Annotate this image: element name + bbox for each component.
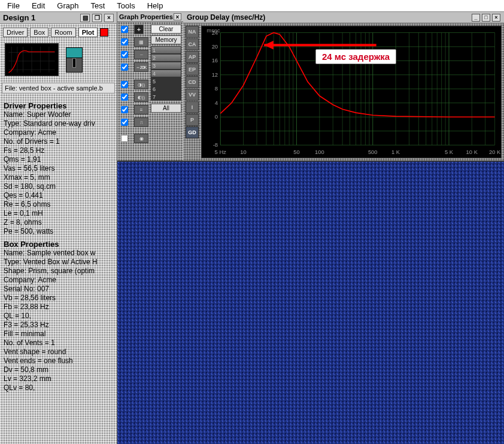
filter-icon[interactable]: ⎍ [134, 117, 148, 127]
box-prop-row: Company: Acme [4, 276, 113, 285]
close-icon[interactable]: × [492, 14, 500, 22]
driver-prop-row: Xmax = 5, mm [4, 173, 113, 182]
svg-marker-67 [264, 41, 274, 50]
dashline-icon[interactable]: ┄ [134, 50, 148, 59]
memory-slot-5[interactable]: 5 [151, 77, 181, 85]
box-prop-row: Fill = minimal [4, 330, 113, 339]
chk-6[interactable] [121, 93, 128, 101]
clear-button[interactable]: Clear [151, 25, 181, 34]
menu-file[interactable]: File [4, 0, 23, 11]
file-path: File: vented box - active sample.b [2, 83, 115, 93]
driver-prop-row: Fs = 28,5 Hz [4, 146, 113, 155]
svg-text:1 K: 1 K [391, 149, 400, 155]
yaxis-btn-na[interactable]: NA [186, 26, 199, 38]
properties-list: Driver Properties Name: Super WooferType… [0, 95, 117, 444]
speaker-icon[interactable]: ◑)) [134, 80, 148, 89]
box-prop-row: Lv = 323,2 mm [4, 374, 113, 383]
box-prop-row: Dv = 50,8 mm [4, 366, 113, 374]
yaxis-btn-gd[interactable]: GD [186, 126, 199, 138]
box-prop-row: No. of Vents = 1 [4, 339, 113, 348]
driver-prop-row: Qms = 1,91 [4, 155, 113, 164]
box-prop-row: Serial No: 007 [4, 285, 113, 294]
svg-text:16: 16 [212, 58, 218, 64]
chk-7[interactable] [121, 106, 128, 113]
design-title: Design 1 [3, 13, 35, 22]
minimize-icon[interactable]: _ [472, 14, 480, 22]
driver-prop-row: Type: Standard one-way driv [4, 119, 113, 128]
memory-slot-2[interactable]: 2 [151, 54, 181, 62]
svg-text:4: 4 [215, 100, 218, 106]
tab-plot[interactable]: Plot [78, 28, 98, 37]
memory-slot-3[interactable]: 3 [151, 62, 181, 70]
svg-text:500: 500 [368, 149, 378, 155]
driver-prop-row: No. of Drivers = 1 [4, 137, 113, 146]
tab-box[interactable]: Box [30, 28, 48, 37]
close-icon[interactable]: × [174, 13, 181, 20]
menu-test[interactable]: Test [87, 0, 109, 11]
tab-driver[interactable]: Driver [3, 28, 28, 37]
chk-4[interactable] [121, 64, 128, 71]
plot-thumbnail[interactable] [5, 43, 59, 76]
memory-button[interactable]: Memory [151, 35, 181, 44]
yaxis-btn-ca[interactable]: CA [186, 38, 199, 50]
speaker2-icon[interactable]: ◐)) [134, 92, 148, 102]
box-props-heading: Box Properties [4, 240, 113, 249]
box-prop-row: Vent shape = round [4, 348, 113, 357]
design-tabs: Driver Box Room Plot [0, 24, 117, 41]
box-thumbnail[interactable] [66, 47, 83, 73]
plot-color-swatch[interactable] [100, 28, 108, 37]
chk-8[interactable] [121, 119, 128, 126]
tab-room[interactable]: Room [51, 28, 75, 37]
y-axis-selector: NACAAPEPCDVVIPGD [186, 26, 199, 158]
driver-prop-row: Qes = 0,441 [4, 191, 113, 200]
box-prop-row: Fb = 23,88 Hz [4, 303, 113, 312]
memory-slot-7[interactable]: 7 [151, 93, 181, 101]
memory-slot-1[interactable]: 1 [151, 46, 181, 54]
close-icon[interactable]: × [104, 14, 114, 22]
range-20k-icon[interactable]: ↔20K [134, 62, 148, 72]
menu-tools[interactable]: Tools [113, 0, 138, 11]
yaxis-btn-cd[interactable]: CD [186, 76, 199, 88]
all-button[interactable]: All [151, 104, 181, 113]
driver-prop-row: Pe = 500, watts [4, 227, 113, 236]
yaxis-btn-vv[interactable]: VV [186, 89, 199, 101]
yaxis-btn-i[interactable]: I [186, 101, 199, 113]
yaxis-btn-ap[interactable]: AP [186, 51, 199, 63]
svg-text:10: 10 [240, 149, 246, 155]
add-trace-icon[interactable]: + [134, 25, 144, 34]
graph-properties-panel: Graph Properties × [117, 12, 183, 161]
grid-icon[interactable]: ▦ [134, 37, 148, 47]
driver-props-heading: Driver Properties [4, 101, 113, 110]
box-prop-row: QL = 10, [4, 312, 113, 321]
chk-5[interactable] [121, 81, 128, 88]
box-prop-row: Type: Vented Box w/ Active H [4, 258, 113, 267]
camera-icon[interactable]: ◉ [134, 134, 148, 143]
driver-prop-row: Company: Acme [4, 128, 113, 137]
chk-2[interactable] [121, 38, 128, 46]
driver-prop-row: Sd = 180, sq.cm [4, 182, 113, 191]
graph-properties-title: Graph Properties [119, 13, 173, 20]
doc-icon[interactable]: ❐ [92, 14, 102, 22]
memory-slot-4[interactable]: 4 [151, 70, 181, 77]
svg-text:8: 8 [215, 86, 218, 92]
svg-text:5 Hz: 5 Hz [215, 149, 227, 155]
plot-area[interactable]: msec 24201612840-8 5 Hz10501005001 K5 K1… [201, 26, 502, 158]
chk-1[interactable] [121, 26, 128, 33]
menu-edit[interactable]: Edit [28, 0, 48, 11]
chk-3[interactable] [121, 51, 128, 58]
svg-text:-8: -8 [213, 142, 218, 148]
maximize-icon[interactable]: □ [482, 14, 490, 22]
box-prop-row: Vb = 28,56 liters [4, 294, 113, 303]
svg-text:10 K: 10 K [466, 149, 478, 155]
yaxis-btn-ep[interactable]: EP [186, 64, 199, 75]
box-prop-row: QLv = 80, [4, 383, 113, 392]
memory-slot-6[interactable]: 6 [151, 85, 181, 93]
menu-graph[interactable]: Graph [53, 0, 82, 11]
driver-prop-row: Name: Super Woofer [4, 110, 113, 119]
chk-9[interactable] [121, 135, 128, 142]
svg-text:24: 24 [212, 30, 218, 36]
save-icon[interactable]: ▧ [80, 14, 90, 22]
eq-icon[interactable]: ≡ [134, 105, 148, 114]
menu-help[interactable]: Help [144, 0, 167, 11]
yaxis-btn-p[interactable]: P [186, 114, 199, 126]
